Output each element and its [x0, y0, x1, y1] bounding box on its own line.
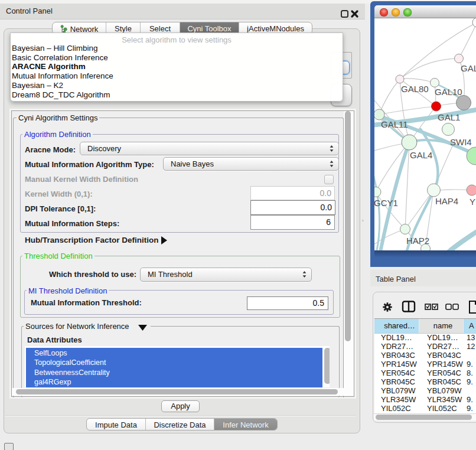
svg-text:YM: YM	[470, 197, 476, 207]
svg-text:GAL80: GAL80	[401, 84, 429, 94]
svg-text:GAL1: GAL1	[438, 112, 460, 122]
svg-text:GAL10: GAL10	[435, 87, 462, 97]
svg-text:GCY1: GCY1	[374, 198, 398, 208]
svg-text:HAP4: HAP4	[435, 196, 458, 206]
svg-text:HAP2: HAP2	[406, 236, 429, 246]
svg-text:GAL2: GAL2	[461, 63, 476, 73]
svg-text:SWI4: SWI4	[450, 137, 472, 147]
svg-text:GAL11: GAL11	[381, 119, 408, 129]
svg-text:GAL4: GAL4	[410, 150, 432, 160]
